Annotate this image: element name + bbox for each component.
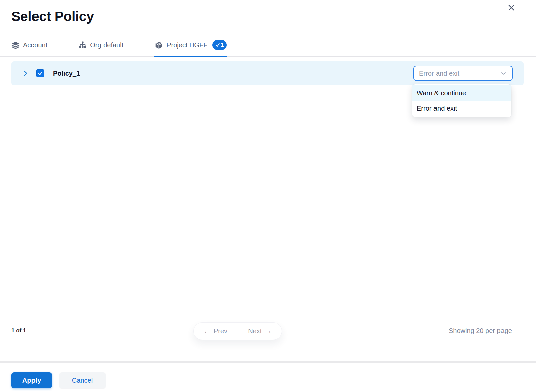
next-button[interactable]: Next → [238,323,282,340]
menu-item-error-exit[interactable]: Error and exit [412,101,511,116]
tab-label: Org default [90,41,123,49]
pager: ← Prev Next → [193,322,282,340]
check-icon [38,71,43,76]
action-dropdown-menu: Warn & continue Error and exit [412,84,511,117]
cube-icon [155,41,163,49]
tab-project-hgff[interactable]: Project HGFF 1 [155,33,227,56]
prev-button[interactable]: ← Prev [194,323,238,340]
tab-account[interactable]: Account [11,33,47,56]
policy-name: Policy_1 [53,70,80,77]
prev-label: Prev [214,327,227,335]
footer-divider [0,361,536,363]
arrow-left-icon: ← [204,327,210,335]
check-icon [215,43,220,47]
menu-item-warn-continue[interactable]: Warn & continue [412,85,511,101]
page-info: 1 of 1 [11,327,26,334]
tab-label: Project HGFF [166,41,207,49]
org-chart-icon [79,41,87,49]
policy-row: Policy_1 Error and exit [11,61,524,85]
next-label: Next [248,327,262,335]
policy-checkbox[interactable] [36,69,44,77]
expand-chevron-icon[interactable] [21,69,29,77]
cancel-button[interactable]: Cancel [59,372,106,388]
chevron-down-icon [500,70,507,77]
selected-count-badge: 1 [212,40,227,50]
per-page-info: Showing 20 per page [449,327,512,335]
close-button[interactable] [505,2,517,14]
tab-org-default[interactable]: Org default [79,33,123,56]
badge-count: 1 [220,42,224,49]
select-value: Error and exit [419,70,500,77]
tab-bar: Account Org default [0,33,536,57]
action-select[interactable]: Error and exit [413,66,513,81]
apply-button[interactable]: Apply [11,372,52,388]
arrow-right-icon: → [265,327,272,335]
close-icon [507,4,515,12]
modal-title: Select Policy [11,9,94,24]
tab-label: Account [23,41,47,49]
layers-icon [11,41,20,49]
